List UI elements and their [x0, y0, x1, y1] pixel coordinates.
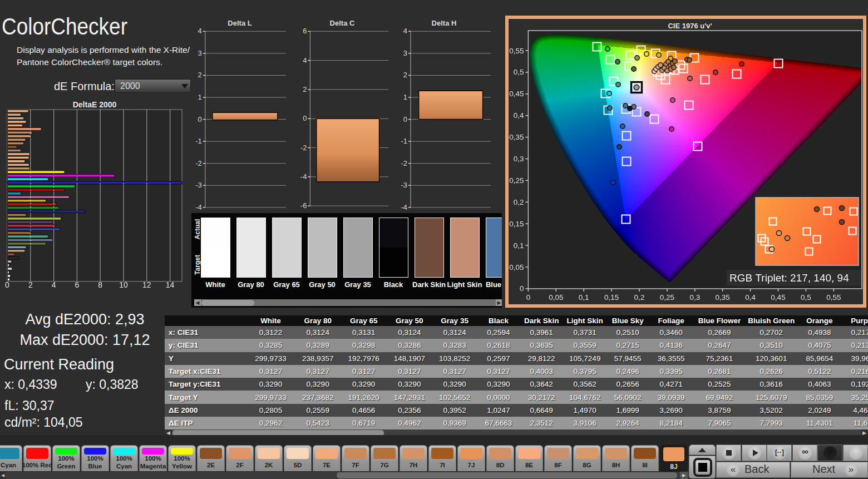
svg-text:1: 1 [198, 93, 202, 101]
svg-text:-4: -4 [195, 203, 202, 211]
svg-text:-4: -4 [401, 203, 407, 211]
svg-text:1: 1 [403, 93, 407, 101]
svg-text:0: 0 [198, 115, 202, 124]
svg-text:4: 4 [52, 280, 56, 289]
svg-text:0: 0 [303, 114, 307, 122]
svg-text:-1: -1 [401, 137, 407, 145]
svg-text:8: 8 [98, 280, 102, 289]
svg-text:-4: -4 [300, 172, 307, 181]
svg-text:3: 3 [403, 49, 407, 57]
svg-text:-3: -3 [401, 181, 407, 189]
svg-text:2: 2 [303, 85, 307, 93]
svg-text:4: 4 [198, 27, 202, 35]
svg-text:Delta L: Delta L [228, 19, 251, 27]
svg-text:10: 10 [119, 280, 128, 289]
svg-text:0: 0 [403, 115, 407, 124]
svg-text:3: 3 [198, 49, 202, 57]
svg-text:Delta H: Delta H [432, 19, 457, 27]
svg-text:-6: -6 [300, 201, 307, 210]
svg-text:0: 0 [5, 280, 9, 289]
svg-text:-3: -3 [195, 181, 202, 189]
svg-text:DeltaE 2000: DeltaE 2000 [73, 100, 117, 109]
svg-text:6: 6 [303, 27, 307, 35]
svg-text:2: 2 [403, 71, 407, 79]
svg-text:4: 4 [403, 27, 407, 35]
svg-text:6: 6 [75, 280, 80, 289]
svg-text:4: 4 [303, 56, 307, 65]
svg-text:-2: -2 [300, 144, 307, 152]
svg-text:2: 2 [28, 280, 33, 289]
svg-text:12: 12 [142, 280, 151, 289]
svg-text:-2: -2 [195, 159, 202, 167]
svg-text:-1: -1 [195, 137, 202, 145]
svg-text:Delta C: Delta C [330, 19, 355, 27]
svg-text:-2: -2 [401, 159, 407, 167]
svg-text:14: 14 [166, 280, 175, 289]
svg-text:2: 2 [198, 71, 202, 79]
